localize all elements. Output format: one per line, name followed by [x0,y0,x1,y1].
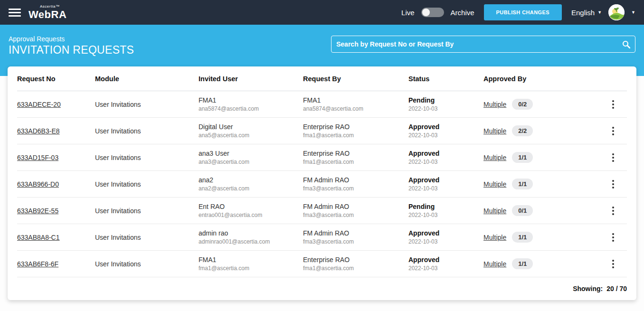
request-by-email: fma3@ascertia.com [303,212,408,218]
request-no-link[interactable]: 633AB6F8-6F [17,260,58,268]
kebab-menu-icon[interactable] [611,205,616,217]
module-cell: User Invitations [95,260,199,268]
request-by-name: Enterprise RAO [303,256,408,264]
table-row: 633AB92E-55 User Invitations Ent RAO ent… [17,198,627,224]
table-row: 633ADECE-20 User Invitations FMA1 ana587… [17,91,627,118]
kebab-menu-icon[interactable] [611,179,616,190]
language-dropdown[interactable]: English ▼ [571,9,602,17]
request-no-link[interactable]: 633ADECE-20 [17,101,61,108]
kebab-menu-icon[interactable] [611,232,616,243]
module-cell: User Invitations [95,180,199,188]
chevron-down-icon: ▼ [597,10,602,15]
status-text: Approved [408,150,483,157]
request-by-name: FM Admin RAO [303,229,408,237]
invited-user-email: ana3@ascertia.com [199,159,303,165]
language-label: English [571,9,595,17]
approved-by-link[interactable]: Multiple [483,234,506,241]
request-by-email: fma3@ascertia.com [303,238,408,245]
brand-webra-label: WebRA [28,9,66,20]
table-row: 633AB6F8-6F User Invitations FMA1 fma1@a… [17,251,627,277]
live-label: Live [401,9,415,17]
brand-ascertia-label: Ascertia™ [40,5,66,9]
invited-user-name: Ent RAO [199,203,303,210]
request-no-link[interactable]: 633AB8A8-C1 [17,234,60,241]
request-no-link[interactable]: 633AD6B3-E8 [17,127,60,135]
table-row: 633AB8A8-C1 User Invitations admin rao a… [17,224,627,251]
approved-by-link[interactable]: Multiple [483,154,506,161]
module-cell: User Invitations [95,207,199,215]
status-text: Approved [408,229,483,237]
publish-changes-button[interactable]: PUBLISH CHANGES [484,4,562,20]
avatar[interactable] [608,4,625,20]
search-icon[interactable] [622,40,630,48]
invited-user-name: ana2 [199,176,303,184]
column-header-module: Module [95,75,199,83]
approved-by-link[interactable]: Multiple [483,207,506,215]
column-header-request-by: Request By [303,75,408,83]
status-text: Pending [408,203,483,210]
status-date: 2022-10-03 [408,185,483,192]
invited-user-name: ana3 User [199,150,303,157]
status-text: Pending [408,96,483,104]
request-by-email: fma3@ascertia.com [303,185,408,192]
live-archive-toggle[interactable] [421,8,444,17]
kebab-menu-icon[interactable] [611,125,616,137]
module-cell: User Invitations [95,154,199,161]
invited-user-email: fma1@ascertia.com [199,265,303,272]
request-by-name: FM Admin RAO [303,203,408,210]
table-footer: Showing: 20 / 70 [17,277,627,300]
column-header-approved-by: Approved By [483,75,594,83]
hamburger-menu-icon[interactable] [9,9,21,17]
module-cell: User Invitations [95,234,199,241]
request-by-email: fma1@ascertia.com [303,159,408,165]
table-row: 633AD15F-03 User Invitations ana3 User a… [17,144,627,171]
approved-by-link[interactable]: Multiple [483,127,506,135]
table-row: 633AB966-D0 User Invitations ana2 ana2@a… [17,171,627,198]
kebab-menu-icon[interactable] [611,152,616,163]
approval-count-badge: 2/2 [512,125,533,136]
status-text: Approved [408,256,483,264]
module-cell: User Invitations [95,127,199,135]
request-by-name: FM Admin RAO [303,176,408,184]
status-date: 2022-10-03 [408,265,483,272]
showing-value: 20 / 70 [606,285,627,292]
archive-label: Archive [451,9,474,17]
approved-by-link[interactable]: Multiple [483,180,506,188]
invited-user-email: adminrao001@ascertia.com [199,238,303,245]
table-body: 633ADECE-20 User Invitations FMA1 ana587… [17,91,627,277]
column-header-invited-user: Invited User [199,75,303,83]
brand-logo: Ascertia™ WebRA [28,5,66,20]
approved-by-link[interactable]: Multiple [483,101,506,108]
approved-by-link[interactable]: Multiple [483,260,506,268]
kebab-menu-icon[interactable] [611,258,616,270]
status-text: Approved [408,176,483,184]
request-no-link[interactable]: 633AD15F-03 [17,154,58,161]
status-date: 2022-10-03 [408,238,483,245]
table-row: 633AD6B3-E8 User Invitations Digital Use… [17,118,627,144]
invited-user-email: entrao001@ascertia.com [199,212,303,218]
invited-user-email: ana5@ascertia.com [199,132,303,139]
approval-count-badge: 1/1 [512,232,533,243]
request-no-link[interactable]: 633AB92E-55 [17,207,58,215]
module-cell: User Invitations [95,101,199,108]
request-no-link[interactable]: 633AB966-D0 [17,180,59,188]
status-date: 2022-10-03 [408,132,483,139]
top-navbar: Ascertia™ WebRA Live Archive PUBLISH CHA… [0,0,644,25]
approval-count-badge: 0/2 [512,99,533,110]
request-by-email: ana5874@ascertia.com [303,105,408,112]
approval-count-badge: 1/1 [512,258,533,269]
request-by-name: Enterprise RAO [303,150,408,157]
status-text: Approved [408,123,483,131]
status-date: 2022-10-03 [408,212,483,218]
invited-user-email: ana2@ascertia.com [199,185,303,192]
invited-user-email: ana5874@ascertia.com [199,105,303,112]
profile-chevron-down-icon[interactable]: ▼ [631,10,635,15]
kebab-menu-icon[interactable] [611,99,616,110]
invited-user-name: Digital User [199,123,303,131]
showing-label: Showing: [573,285,603,292]
invited-user-name: FMA1 [199,256,303,264]
approval-count-badge: 1/1 [512,152,533,163]
search-input[interactable] [336,40,622,48]
page-title: INVITATION REQUESTS [9,44,134,57]
avatar-logo-icon [608,4,625,20]
